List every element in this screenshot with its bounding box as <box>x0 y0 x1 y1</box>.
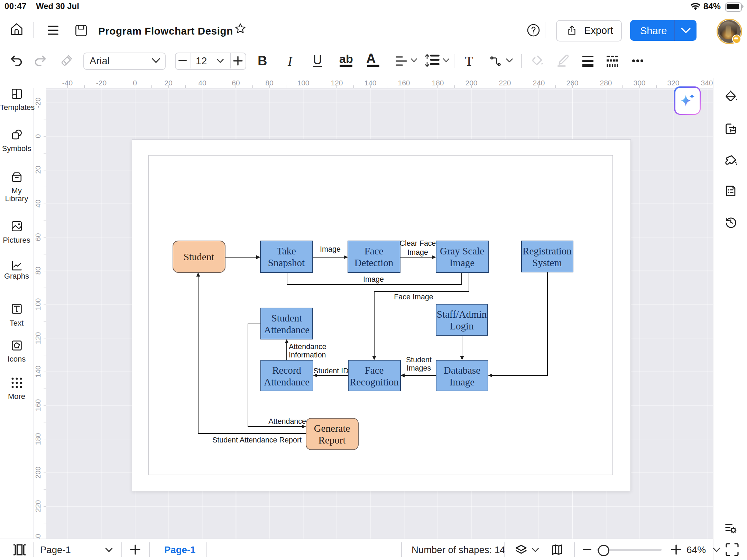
svg-text:System: System <box>532 257 562 268</box>
svg-text:Attendance: Attendance <box>264 324 310 335</box>
svg-text:Face: Face <box>365 245 384 256</box>
svg-text:Image: Image <box>320 245 341 253</box>
svg-text:Staff/Admin: Staff/Admin <box>437 309 487 320</box>
svg-text:Detection: Detection <box>354 257 394 268</box>
svg-text:Snapshot: Snapshot <box>268 257 305 268</box>
svg-text:Gray Scale: Gray Scale <box>440 245 484 256</box>
svg-text:Take: Take <box>277 245 296 256</box>
svg-text:Student: Student <box>184 251 214 262</box>
svg-text:Clear Face: Clear Face <box>399 239 436 248</box>
svg-text:Student Attendance Report: Student Attendance Report <box>212 436 302 444</box>
svg-text:Image: Image <box>363 275 384 283</box>
svg-text:Face: Face <box>365 365 384 376</box>
svg-text:Image: Image <box>407 248 428 256</box>
svg-text:Face Image: Face Image <box>394 293 433 301</box>
svg-text:Information: Information <box>289 351 326 359</box>
svg-text:Images: Images <box>407 364 431 372</box>
svg-text:Image: Image <box>450 257 474 268</box>
svg-text:Attendance: Attendance <box>289 343 326 351</box>
svg-text:Image: Image <box>450 376 474 388</box>
svg-text:Attendance: Attendance <box>268 417 306 426</box>
svg-text:Student: Student <box>406 356 432 364</box>
svg-text:Attendance: Attendance <box>264 376 310 388</box>
svg-text:Registration: Registration <box>523 245 572 256</box>
svg-text:Student ID: Student ID <box>313 367 349 375</box>
svg-text:Recognition: Recognition <box>350 376 399 388</box>
svg-text:Generate: Generate <box>314 423 350 434</box>
svg-text:Record: Record <box>272 365 301 376</box>
svg-text:Database: Database <box>444 365 480 376</box>
svg-text:Report: Report <box>319 435 346 446</box>
svg-text:Login: Login <box>450 320 474 332</box>
svg-text:Student: Student <box>271 312 302 324</box>
